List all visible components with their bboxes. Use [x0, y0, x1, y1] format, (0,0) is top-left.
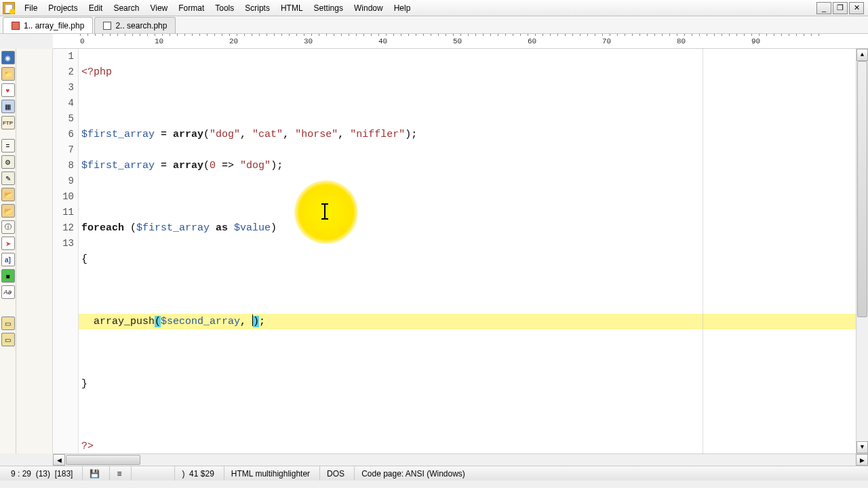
ruler-tick: 60 — [528, 37, 602, 45]
favorites-icon[interactable]: ♥ — [1, 83, 15, 97]
file-icon — [12, 22, 20, 30]
status-eol[interactable]: DOS — [319, 466, 351, 481]
menu-tools[interactable]: Tools — [210, 1, 239, 15]
tab-search[interactable]: 2.. search.php — [94, 17, 176, 33]
status-position: 9 : 29 (13) [183] — [4, 466, 79, 481]
app-icon — [3, 2, 15, 14]
run-icon[interactable]: ➤ — [1, 237, 15, 250]
window-controls: _ ❐ ✕ — [816, 2, 865, 14]
close-button[interactable]: ✕ — [849, 2, 864, 14]
tab-label: 1.. array_file.php — [24, 21, 84, 30]
ok-icon[interactable]: ■ — [1, 269, 15, 283]
font-icon[interactable]: Aə — [1, 285, 15, 299]
vertical-scrollbar[interactable]: ▲ ▼ — [856, 49, 868, 453]
ruler-tick: 50 — [453, 37, 528, 45]
misc2-icon[interactable]: ▭ — [1, 333, 15, 346]
tools-icon[interactable]: ⚙ — [1, 155, 15, 169]
folder-icon[interactable]: 📁 — [1, 67, 15, 81]
ruler-tick: 80 — [677, 37, 751, 45]
menu-scripts[interactable]: Scripts — [239, 1, 275, 15]
code-editor[interactable]: 123 456 789 101112 13 <?php $first_array… — [53, 49, 868, 453]
text-icon[interactable]: a] — [1, 253, 15, 266]
status-bar: 9 : 29 (13) [183] 💾 ≡ ) 41 $29 HTML mult… — [0, 466, 868, 481]
menu-projects[interactable]: Projects — [43, 1, 83, 15]
print-margin — [703, 49, 703, 453]
menu-search[interactable]: Search — [108, 1, 144, 15]
text-caret — [252, 314, 253, 326]
menu-settings[interactable]: Settings — [309, 1, 349, 15]
ibeam-cursor-icon — [324, 203, 326, 220]
menu-bar: File Projects Edit Search View Format To… — [0, 0, 868, 16]
symbol-icon[interactable]: ⓘ — [1, 220, 15, 234]
status-save-icon[interactable]: 💾 — [82, 466, 106, 481]
ftp-icon[interactable]: FTP — [1, 116, 15, 129]
line-numbers: 123 456 789 101112 13 — [53, 49, 79, 453]
align-icon[interactable]: = — [1, 139, 15, 152]
menu-window[interactable]: Window — [349, 1, 389, 15]
nav-icon[interactable]: ◉ — [1, 51, 15, 64]
scroll-thumb[interactable] — [857, 61, 867, 317]
ruler-tick: 0 — [80, 37, 155, 45]
code-lines[interactable]: <?php $first_array = array("dog", "cat",… — [81, 49, 868, 453]
scroll-left-icon[interactable]: ◀ — [53, 454, 65, 466]
misc-icon[interactable]: ▭ — [1, 317, 15, 330]
menu-file[interactable]: File — [19, 1, 43, 15]
menu-html[interactable]: HTML — [275, 1, 309, 15]
ruler: 0 10 20 30 40 50 60 70 80 90 — [53, 34, 868, 49]
ruler-tick: 40 — [378, 37, 453, 45]
file-icon — [103, 22, 111, 30]
status-encoding[interactable]: Code page: ANSI (Windows) — [354, 466, 472, 481]
fold-gutter — [16, 49, 53, 453]
tab-label: 2.. search.php — [115, 21, 167, 30]
minimize-button[interactable]: _ — [816, 2, 831, 14]
ruler-tick: 70 — [602, 37, 677, 45]
status-highlighter[interactable]: HTML multihighlighter — [224, 466, 317, 481]
menu-help[interactable]: Help — [389, 1, 416, 15]
scroll-down-icon[interactable]: ▼ — [856, 441, 868, 453]
status-char: ) 41 $29 — [174, 466, 220, 481]
status-wrap-icon[interactable]: ≡ — [109, 466, 128, 481]
folder3-icon[interactable]: 📂 — [1, 204, 15, 218]
script-icon[interactable]: ✎ — [1, 171, 15, 185]
folder2-icon[interactable]: 📂 — [1, 188, 15, 201]
scroll-thumb[interactable] — [66, 455, 140, 465]
ruler-tick: 20 — [229, 37, 304, 45]
scroll-up-icon[interactable]: ▲ — [856, 49, 868, 61]
scroll-track[interactable] — [141, 454, 856, 466]
menu-edit[interactable]: Edit — [83, 1, 108, 15]
tool-sidebar: ◉ 📁 ♥ ▦ FTP = ⚙ ✎ 📂 📂 ⓘ ➤ a] ■ Aə ▭ ▭ — [0, 49, 16, 453]
ruler-tick: 30 — [304, 37, 378, 45]
editor-area: ◉ 📁 ♥ ▦ FTP = ⚙ ✎ 📂 📂 ⓘ ➤ a] ■ Aə ▭ ▭ 12… — [0, 49, 868, 453]
ruler-tick: 10 — [155, 37, 229, 45]
menu-format[interactable]: Format — [173, 1, 210, 15]
tab-bar: 1.. array_file.php 2.. search.php — [0, 16, 868, 34]
menu-view[interactable]: View — [144, 1, 173, 15]
window-icon[interactable]: ▦ — [1, 100, 15, 113]
scroll-right-icon[interactable]: ▶ — [856, 454, 868, 466]
maximize-button[interactable]: ❐ — [833, 2, 848, 14]
ruler-tick: 90 — [751, 37, 826, 45]
tab-array-file[interactable]: 1.. array_file.php — [3, 17, 93, 33]
horizontal-scrollbar[interactable]: ◀ ▶ — [53, 453, 868, 466]
